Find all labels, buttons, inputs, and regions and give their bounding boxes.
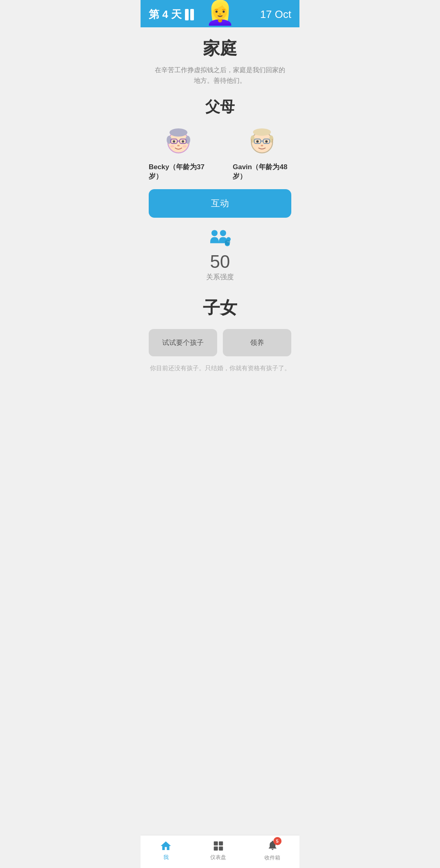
relationship-icon — [208, 229, 232, 250]
parent-avatar-becky — [164, 127, 193, 159]
svg-point-23 — [220, 230, 226, 236]
svg-point-10 — [170, 145, 174, 148]
main-content: 家庭 在辛苦工作挣虚拟钱之后，家庭是我们回家的地方。善待他们。 父母 — [141, 27, 299, 376]
parent-avatar-gavin — [248, 127, 276, 159]
svg-point-7 — [173, 140, 175, 143]
relationship-label: 关系强度 — [206, 272, 234, 282]
pause-icon[interactable] — [185, 9, 194, 20]
bottom-partial-text: 你目前还没有孩子。只结婚，你就有资格有孩子了。 — [149, 364, 291, 376]
svg-point-13 — [253, 128, 271, 136]
header-date: 17 Oct — [260, 8, 291, 21]
relationship-number: 50 — [210, 253, 230, 271]
header: 第 4 天 👱‍♀️ 17 Oct — [141, 0, 299, 27]
svg-point-19 — [256, 140, 259, 143]
svg-point-9 — [177, 145, 180, 146]
try-child-button[interactable]: 试试要个孩子 — [149, 329, 217, 356]
svg-point-21 — [261, 145, 263, 146]
parent-name-becky: Becky（年龄为37岁） — [149, 162, 208, 181]
svg-point-8 — [182, 140, 184, 143]
player-avatar: 👱‍♀️ — [205, 1, 235, 24]
children-buttons: 试试要个孩子 领养 — [149, 329, 291, 356]
parents-row: Becky（年龄为37岁） — [149, 127, 291, 181]
parent-card-gavin: Gavin（年龄为48岁） — [233, 127, 291, 181]
parents-heading: 父母 — [149, 97, 291, 117]
header-left: 第 4 天 — [149, 7, 194, 22]
svg-point-20 — [265, 140, 268, 143]
parent-name-gavin: Gavin（年龄为48岁） — [233, 162, 291, 181]
relationship-section: 50 关系强度 — [149, 229, 291, 282]
adopt-button[interactable]: 领养 — [223, 329, 291, 356]
parent-card-becky: Becky（年龄为37岁） — [149, 127, 208, 181]
page-description: 在辛苦工作挣虚拟钱之后，家庭是我们回家的地方。善待他们。 — [149, 65, 291, 86]
svg-point-11 — [183, 145, 187, 148]
day-label: 第 4 天 — [149, 7, 182, 22]
svg-point-1 — [169, 128, 187, 137]
children-heading: 子女 — [149, 296, 291, 319]
interact-button[interactable]: 互动 — [149, 189, 291, 218]
page-title: 家庭 — [149, 37, 291, 60]
svg-point-22 — [211, 230, 218, 236]
